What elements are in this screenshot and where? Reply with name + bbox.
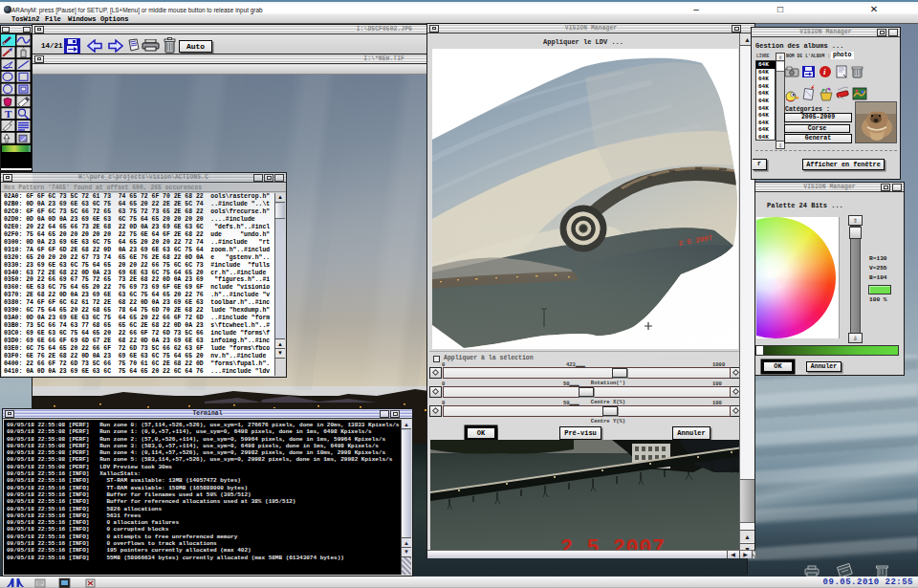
svg-text:T: T (5, 108, 12, 120)
svg-text:2 5 2007: 2 5 2007 (560, 536, 666, 550)
